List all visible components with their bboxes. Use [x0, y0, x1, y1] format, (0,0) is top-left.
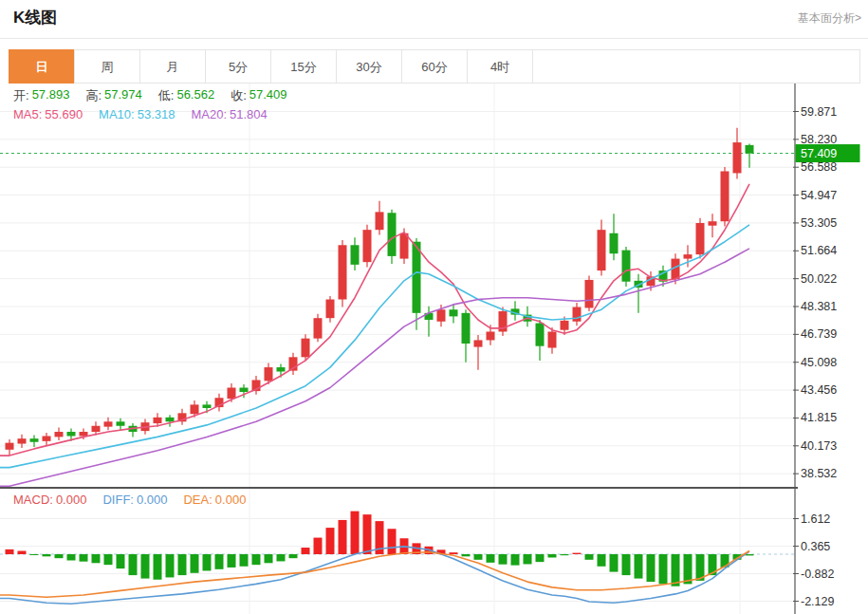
svg-text:46.739: 46.739 [801, 327, 837, 341]
current-price-tag: 57.409 [796, 144, 860, 162]
svg-text:0.365: 0.365 [801, 540, 830, 553]
y-axis [793, 84, 799, 614]
dea-label: DEA: [183, 493, 212, 507]
macd-info-row: MACD:0.000 DIFF:0.000 DEA:0.000 [13, 493, 246, 507]
ma5-line [0, 184, 749, 456]
svg-text:45.098: 45.098 [801, 356, 837, 369]
high-label: 高: [85, 87, 102, 104]
svg-text:58.230: 58.230 [801, 133, 837, 146]
svg-text:41.815: 41.815 [801, 411, 837, 424]
svg-text:43.456: 43.456 [801, 383, 837, 397]
svg-text:56.588: 56.588 [801, 160, 837, 174]
svg-text:59.871: 59.871 [801, 105, 837, 119]
ma10-value: 53.318 [138, 107, 175, 121]
high-value: 57.974 [104, 87, 142, 104]
svg-text:-0.882: -0.882 [801, 567, 834, 581]
ma-info-row: MA5:55.690 MA10:53.318 MA20:51.804 [13, 107, 268, 121]
svg-text:51.664: 51.664 [801, 244, 837, 257]
ma20-label: MA20: [191, 107, 227, 121]
dea-value: 0.000 [215, 493, 247, 507]
gridlines [0, 84, 795, 614]
svg-text:53.305: 53.305 [801, 216, 837, 230]
diff-label: DIFF: [102, 493, 134, 507]
svg-text:-2.129: -2.129 [801, 595, 834, 608]
macd-value: 0.000 [56, 493, 87, 507]
ma10-label: MA10: [99, 107, 135, 121]
macd-label: MACD: [13, 493, 53, 507]
open-value: 57.893 [32, 87, 70, 104]
svg-text:57.409: 57.409 [801, 147, 837, 160]
ohlc-info-row: 开:57.893 高:57.974 低:56.562 收:57.409 [13, 87, 287, 104]
open-label: 开: [13, 87, 29, 104]
ma20-value: 51.804 [230, 107, 268, 121]
close-label: 收: [231, 87, 247, 104]
close-value: 57.409 [249, 87, 287, 104]
candles-layer [6, 128, 754, 456]
low-value: 56.562 [176, 87, 214, 104]
svg-text:38.532: 38.532 [801, 467, 837, 480]
svg-text:1.612: 1.612 [801, 512, 830, 526]
diff-value: 0.000 [137, 493, 168, 507]
ma5-value: 55.690 [45, 107, 83, 121]
low-label: 低: [158, 87, 175, 104]
svg-text:40.173: 40.173 [801, 439, 837, 453]
svg-text:48.381: 48.381 [801, 300, 837, 313]
ma5-label: MA5: [13, 107, 42, 121]
svg-text:54.947: 54.947 [801, 189, 837, 202]
svg-text:50.022: 50.022 [801, 272, 837, 286]
y-axis-labels: 59.87158.23056.58854.94753.30551.66450.0… [801, 105, 837, 608]
